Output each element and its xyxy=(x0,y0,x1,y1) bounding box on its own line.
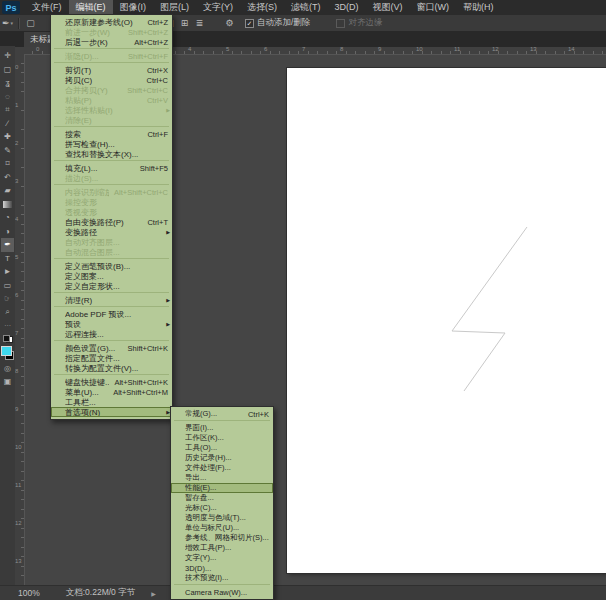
edit-menu-item-define-brush-preset[interactable]: 定义画笔预设(B)... xyxy=(51,261,172,271)
edit-menu-item-keyboard-shortcuts[interactable]: 键盘快捷键...Alt+Shift+Ctrl+K xyxy=(51,377,172,387)
select-menu[interactable]: 选择(S) xyxy=(240,0,284,15)
layer-menu[interactable]: 图层(L) xyxy=(153,0,196,15)
auto-add-delete-checkbox[interactable]: ✓ xyxy=(245,19,254,28)
pen-tool[interactable]: ✒ xyxy=(1,238,14,252)
image-menu[interactable]: 图像(I) xyxy=(113,0,154,15)
edit-menu-item-cut[interactable]: 剪切(T)Ctrl+X xyxy=(51,65,172,75)
vertical-ruler[interactable]: 012345678910111213 xyxy=(15,54,25,586)
lasso-tool[interactable]: ʓ xyxy=(1,76,14,90)
ruler-tick-label: 4 xyxy=(15,216,18,222)
preferences-item-type[interactable]: 文字(Y)... xyxy=(171,553,273,563)
preferences-item-performance[interactable]: 性能(E)... xyxy=(171,483,273,493)
preferences-item-guides-grid-slices[interactable]: 参考线、网格和切片(S)... xyxy=(171,533,273,543)
preferences-item-transparency-gamut[interactable]: 透明度与色域(T)... xyxy=(171,513,273,523)
edit-menu-item-check-spelling[interactable]: 拼写检查(H)... xyxy=(51,139,172,149)
filter-menu[interactable]: 滤镜(T) xyxy=(284,0,328,15)
preferences-item-history-log[interactable]: 历史记录(H)... xyxy=(171,453,273,463)
preferences-item-units-rulers[interactable]: 单位与标尺(U)... xyxy=(171,523,273,533)
submenu-arrow-icon: ▶ xyxy=(166,295,170,305)
edit-menu-label-clear: 清除(E) xyxy=(65,115,168,126)
history-brush-tool[interactable]: ↶ xyxy=(1,171,14,185)
hand-tool[interactable]: ☞ xyxy=(1,292,14,306)
preferences-item-tools[interactable]: 工具(O)... xyxy=(171,443,273,453)
edit-menu-separator xyxy=(54,62,169,63)
edit-menu-label-step-backward: 后退一步(K) xyxy=(65,37,129,48)
edit-menu-item-step-backward[interactable]: 后退一步(K)Alt+Ctrl+Z xyxy=(51,37,172,47)
edit-menu-item-presets[interactable]: 预设▶ xyxy=(51,319,172,329)
3d-menu[interactable]: 3D(D) xyxy=(328,0,366,15)
edit-menu-item-fill[interactable]: 填充(L)...Shift+F5 xyxy=(51,163,172,173)
blur-tool[interactable]: ◔ xyxy=(1,211,14,225)
zoom-tool[interactable]: ⌕ xyxy=(1,306,14,320)
edit-menu-item-search[interactable]: 搜索Ctrl+F xyxy=(51,129,172,139)
edit-menu-item-remote-connections[interactable]: 远程连接... xyxy=(51,329,172,339)
zoom-level-field[interactable]: 100% xyxy=(18,588,40,598)
preferences-item-cursors[interactable]: 光标(C)... xyxy=(171,503,273,513)
edit-menu-item-menus[interactable]: 菜单(U)...Alt+Shift+Ctrl+M xyxy=(51,387,172,397)
ruler-tick-label: 5 xyxy=(15,254,18,260)
foreground-color-swatch[interactable] xyxy=(1,346,12,356)
type-menu[interactable]: 文字(Y) xyxy=(196,0,240,15)
preferences-item-camera-raw[interactable]: Camera Raw(W)... xyxy=(171,587,273,597)
move-tool[interactable]: ✛ xyxy=(1,49,14,63)
view-menu[interactable]: 视图(V) xyxy=(366,0,410,15)
preferences-item-technology-previews[interactable]: 技术预览(I)... xyxy=(171,573,273,583)
gradient-tool[interactable] xyxy=(1,198,14,212)
edit-menu-item-undo[interactable]: 还原新建参考线(O)Ctrl+Z xyxy=(51,17,172,27)
file-menu[interactable]: 文件(F) xyxy=(25,0,69,15)
edit-menu-item-transform-path[interactable]: 变换路径▶ xyxy=(51,227,172,237)
window-menu[interactable]: 窗口(W) xyxy=(410,0,457,15)
spot-healing-brush-tool[interactable]: ✚ xyxy=(1,130,14,144)
edit-menu[interactable]: 编辑(E) xyxy=(69,0,113,15)
preferences-item-general[interactable]: 常规(G)...Ctrl+K xyxy=(171,409,273,419)
color-swatches[interactable] xyxy=(1,346,14,360)
preferences-item-scratch-disks[interactable]: 暂存盘... xyxy=(171,493,273,503)
edit-menu-item-preferences[interactable]: 首选项(N)▶ xyxy=(51,407,172,417)
path-selection-tool[interactable]: ► xyxy=(1,265,14,279)
edit-menu-item-define-pattern[interactable]: 定义图案... xyxy=(51,271,172,281)
edit-menu-item-toolbar[interactable]: 工具栏... xyxy=(51,397,172,407)
rectangular-marquee-tool[interactable]: ▢ xyxy=(1,63,14,77)
path-arrangement-icon[interactable]: ≣ xyxy=(193,17,206,30)
gear-icon[interactable]: ⚙ xyxy=(223,17,236,30)
eraser-tool[interactable]: ▰ xyxy=(1,184,14,198)
clone-stamp-tool[interactable]: ⌑ xyxy=(1,157,14,171)
tool-preset-picker[interactable]: ✒ ▾ xyxy=(1,17,14,30)
preferences-item-export[interactable]: 导出... xyxy=(171,473,273,483)
edit-menu-item-define-custom-shape[interactable]: 定义自定形状... xyxy=(51,281,172,291)
status-flyout-arrow-icon[interactable]: ▶ xyxy=(151,590,156,597)
tool-mode-icon[interactable]: ▢ xyxy=(24,17,37,30)
preferences-item-file-handling[interactable]: 文件处理(F)... xyxy=(171,463,273,473)
dodge-tool[interactable]: ◑ xyxy=(1,225,14,239)
edit-menu-item-convert-to-profile[interactable]: 转换为配置文件(V)... xyxy=(51,363,172,373)
screen-mode-button[interactable]: ▣ xyxy=(1,375,14,389)
default-colors-icon[interactable] xyxy=(3,335,13,343)
edit-menu-item-free-transform-path[interactable]: 自由变换路径(P)Ctrl+T xyxy=(51,217,172,227)
brush-tool[interactable]: ✎ xyxy=(1,144,14,158)
ruler-tick-label: 6 xyxy=(15,292,18,298)
path-alignment-icon[interactable]: ⊞ xyxy=(178,17,191,30)
preferences-item-3d[interactable]: 3D(D)... xyxy=(171,563,273,573)
preferences-item-plug-ins[interactable]: 增效工具(P)... xyxy=(171,543,273,553)
edit-menu-item-assign-profile[interactable]: 指定配置文件... xyxy=(51,353,172,363)
eyedropper-tool[interactable]: ∕ xyxy=(1,117,14,131)
canvas[interactable] xyxy=(287,68,606,573)
edit-menu-item-color-settings[interactable]: 颜色设置(G)...Shift+Ctrl+K xyxy=(51,343,172,353)
quick-selection-tool[interactable]: ◌ xyxy=(1,90,14,104)
edit-menu-item-copy[interactable]: 拷贝(C)Ctrl+C xyxy=(51,75,172,85)
edit-menu-item-adobe-pdf-presets[interactable]: Adobe PDF 预设... xyxy=(51,309,172,319)
type-tool[interactable]: T xyxy=(1,252,14,266)
preferences-label-technology-previews: 技术预览(I)... xyxy=(185,573,269,583)
edit-menu-label-auto-blend-layers: 自动混合图层... xyxy=(65,247,168,258)
edit-menu-item-paste-special: 选择性粘贴(I)▶ xyxy=(51,105,172,115)
preferences-item-workspace[interactable]: 工作区(K)... xyxy=(171,433,273,443)
shape-tool[interactable]: ▭ xyxy=(1,279,14,293)
crop-tool[interactable]: ⌗ xyxy=(1,103,14,117)
edit-menu-item-find-and-replace-text[interactable]: 查找和替换文本(X)... xyxy=(51,149,172,159)
edit-toolbar-ellipsis[interactable]: ⋯ xyxy=(1,319,14,333)
help-menu[interactable]: 帮助(H) xyxy=(456,0,501,15)
quick-mask-button[interactable]: ◎ xyxy=(1,362,14,376)
edit-menu-item-purge[interactable]: 清理(R)▶ xyxy=(51,295,172,305)
edit-menu-shortcut-step-forward: Shift+Ctrl+Z xyxy=(128,28,168,37)
preferences-item-interface[interactable]: 界面(I)... xyxy=(171,423,273,433)
